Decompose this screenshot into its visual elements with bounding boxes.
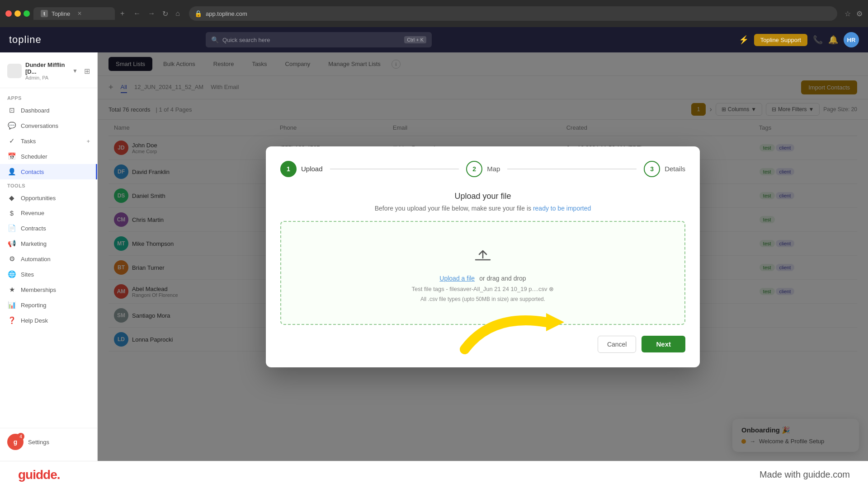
sidebar-item-contacts[interactable]: 👤 Contacts <box>0 164 97 179</box>
upload-arrow-icon <box>472 244 494 269</box>
browser-dot-red[interactable] <box>5 10 12 17</box>
add-task-icon[interactable]: + <box>86 138 90 145</box>
sidebar-revenue-label: Revenue <box>21 210 44 216</box>
browser-new-tab[interactable]: + <box>120 9 124 18</box>
step-3-label: Details <box>665 165 685 173</box>
step-1-circle: 1 <box>280 161 297 177</box>
revenue-icon: $ <box>7 209 16 217</box>
sidebar-contacts-label: Contacts <box>21 169 44 175</box>
sidebar-item-reporting[interactable]: 📊 Reporting <box>0 297 97 313</box>
search-icon: 🔍 <box>211 36 219 43</box>
sidebar-automation-label: Automation <box>21 256 51 263</box>
step-line-1 <box>330 169 459 169</box>
phone-icon[interactable]: 📞 <box>813 35 823 45</box>
search-bar[interactable]: 🔍 Quick search here Ctrl + K <box>206 32 432 47</box>
contacts-icon: 👤 <box>7 168 16 176</box>
app: topline 🔍 Quick search here Ctrl + K ⚡ T… <box>0 27 868 488</box>
sidebar-panel-icon[interactable]: ⊞ <box>84 67 90 75</box>
notification-badge: 4 <box>17 433 24 440</box>
sidebar-item-memberships[interactable]: ★ Memberships <box>0 282 97 297</box>
drag-drop-text: or drag and drop <box>479 275 526 282</box>
upload-hint: All .csv file types (upto 50MB in size) … <box>420 296 545 302</box>
sidebar-item-marketing[interactable]: 📢 Marketing <box>0 236 97 251</box>
support-button[interactable]: Topline Support <box>754 34 807 46</box>
sidebar-item-tasks[interactable]: ✓ Tasks + <box>0 133 97 149</box>
guidde-tagline: Made with guidde.com <box>760 469 850 480</box>
upload-file-link[interactable]: Upload a file <box>439 275 475 282</box>
sidebar-item-automation[interactable]: ⚙ Automation <box>0 251 97 267</box>
step-1-label: Upload <box>301 165 323 173</box>
automation-icon: ⚙ <box>7 255 16 263</box>
workspace-dropdown-icon[interactable]: ▼ <box>72 68 78 74</box>
browser-tab-close[interactable]: ✕ <box>77 10 82 17</box>
guidde-footer: guidde. Made with guidde.com <box>0 461 868 488</box>
content-area: Smart Lists Bulk Actions Restore Tasks C… <box>98 52 868 461</box>
scheduler-icon: 📅 <box>7 152 16 160</box>
file-name: Test file tags - filesaver-All_Jun 21 24… <box>412 286 547 292</box>
step-3-circle: 3 <box>644 161 660 177</box>
sidebar-item-sites[interactable]: 🌐 Sites <box>0 267 97 282</box>
user-avatar-sidebar[interactable]: g 4 <box>7 434 24 450</box>
step-2-label: Map <box>487 165 500 173</box>
workspace-sub: Admin, PA <box>25 75 69 80</box>
sidebar-conversations-label: Conversations <box>21 122 58 129</box>
file-clear-icon[interactable]: ⊗ <box>549 286 554 292</box>
main-content: Dunder Mifflin [D... Admin, PA ▼ ⊞ Apps … <box>0 52 868 461</box>
user-avatar[interactable]: HR <box>844 32 859 47</box>
browser-url: app.topline.com <box>206 10 247 17</box>
sidebar-opportunities-label: Opportunities <box>21 195 56 202</box>
browser-back[interactable]: ← <box>132 8 142 19</box>
browser-dot-green[interactable] <box>24 10 30 17</box>
browser-refresh[interactable]: ↻ <box>160 8 170 20</box>
sidebar-marketing-label: Marketing <box>21 240 47 247</box>
dashboard-icon: ⊡ <box>7 106 16 114</box>
sidebar-memberships-label: Memberships <box>21 286 56 293</box>
upload-modal: 1 Upload 2 Map 3 Details <box>266 146 700 367</box>
sidebar-item-helpdesk[interactable]: ❓ Help Desk <box>0 313 97 328</box>
browser-dots <box>5 10 30 17</box>
browser-actions: ☆ ⚙ <box>844 9 863 18</box>
sidebar-item-conversations[interactable]: 💬 Conversations <box>0 118 97 133</box>
browser-star-icon[interactable]: ☆ <box>844 9 851 18</box>
sidebar-item-scheduler[interactable]: 📅 Scheduler <box>0 149 97 164</box>
dropzone-text: Upload a file or drag and drop <box>439 275 526 282</box>
modal-footer: Cancel Next <box>280 336 685 353</box>
workspace-header[interactable]: Dunder Mifflin [D... Admin, PA ▼ ⊞ <box>0 58 97 88</box>
bell-icon[interactable]: 🔔 <box>828 35 838 45</box>
upload-subtitle: Before you upload your file below, make … <box>280 205 685 212</box>
nav-right: ⚡ Topline Support 📞 🔔 HR <box>739 32 859 47</box>
browser-tab-icon: t <box>41 10 48 17</box>
browser-extensions-icon[interactable]: ⚙ <box>856 9 863 18</box>
contracts-icon: 📄 <box>7 224 16 232</box>
cancel-button[interactable]: Cancel <box>598 336 637 353</box>
workspace-name: Dunder Mifflin [D... <box>25 61 69 75</box>
sidebar-item-contracts[interactable]: 📄 Contracts <box>0 221 97 236</box>
stepper: 1 Upload 2 Map 3 Details <box>280 161 685 177</box>
workspace-icon <box>7 64 22 78</box>
browser-addressbar[interactable]: 🔒 app.topline.com <box>189 6 837 21</box>
guidde-logo: guidde. <box>18 468 60 482</box>
helpdesk-icon: ❓ <box>7 316 16 324</box>
step-1: 1 Upload <box>280 161 323 177</box>
apps-section-label: Apps <box>0 92 97 103</box>
brand-logo: topline <box>9 34 42 46</box>
upload-dropzone[interactable]: Upload a file or drag and drop Test file… <box>280 221 685 325</box>
next-button[interactable]: Next <box>642 336 685 352</box>
browser-tab-title: Topline <box>52 10 70 17</box>
sidebar-settings-label[interactable]: Settings <box>28 439 49 446</box>
browser-forward[interactable]: → <box>146 8 157 19</box>
sidebar-item-revenue[interactable]: $ Revenue <box>0 206 97 221</box>
browser-tab[interactable]: t Topline ✕ <box>33 7 115 20</box>
ready-to-import-link[interactable]: ready to be imported <box>533 205 591 212</box>
browser-dot-yellow[interactable] <box>14 10 21 17</box>
browser-chrome: t Topline ✕ + ← → ↻ ⌂ 🔒 app.topline.com … <box>0 0 868 27</box>
browser-home[interactable]: ⌂ <box>174 8 182 19</box>
modal-overlay: 1 Upload 2 Map 3 Details <box>98 52 868 461</box>
sidebar-item-dashboard[interactable]: ⊡ Dashboard <box>0 103 97 118</box>
sidebar-item-opportunities[interactable]: ◆ Opportunities <box>0 190 97 206</box>
sidebar-helpdesk-label: Help Desk <box>21 317 48 324</box>
marketing-icon: 📢 <box>7 239 16 248</box>
search-placeholder: Quick search here <box>222 37 270 43</box>
sidebar-tasks-label: Tasks <box>21 138 36 145</box>
step-3: 3 Details <box>644 161 685 177</box>
